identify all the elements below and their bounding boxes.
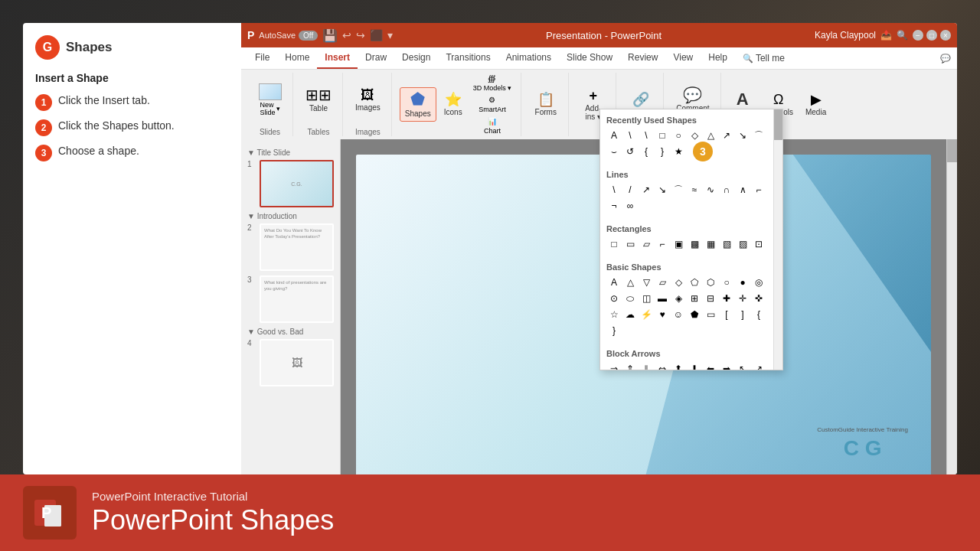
minimize-button[interactable]: − — [913, 30, 923, 41]
forms-button[interactable]: 📋 Forms — [531, 90, 561, 119]
shape-basic[interactable]: ◇ — [671, 275, 686, 290]
slide-img-4[interactable]: 🖼 — [260, 339, 334, 386]
shape-basic[interactable]: ⊞ — [687, 291, 702, 306]
shape-rect[interactable]: ▨ — [735, 236, 750, 252]
shape-rect[interactable]: □ — [606, 236, 622, 252]
slide-img-2[interactable]: What Do You Want To Know After Today's P… — [260, 223, 334, 271]
shape-item[interactable]: ○ — [671, 128, 686, 143]
shape-arrow[interactable]: ↖ — [735, 361, 750, 370]
shape-basic[interactable]: ◎ — [751, 275, 766, 290]
shape-item[interactable]: ◇ — [687, 128, 702, 143]
present-button[interactable]: ⬛ — [370, 29, 383, 41]
shape-basic[interactable]: ✜ — [751, 291, 766, 306]
new-slide-button[interactable]: NewSlide ▾ — [254, 80, 286, 119]
tab-slideshow[interactable]: Slide Show — [559, 47, 620, 69]
shape-arrow[interactable]: ⇒ — [606, 361, 622, 370]
shape-basic[interactable]: ▭ — [703, 307, 718, 322]
shape-line[interactable]: ¬ — [606, 198, 622, 214]
shape-item[interactable]: ↗ — [719, 128, 734, 143]
shape-line[interactable]: ∩ — [719, 182, 734, 197]
shape-line[interactable]: ↗ — [639, 182, 654, 197]
shape-item[interactable]: △ — [703, 128, 718, 143]
tab-help[interactable]: Help — [701, 47, 735, 69]
tab-view[interactable]: View — [665, 47, 701, 69]
vertical-scrollbar[interactable] — [946, 139, 957, 474]
shape-basic[interactable]: } — [606, 323, 622, 338]
images-button[interactable]: 🖼 Images — [351, 85, 385, 115]
shape-item[interactable]: □ — [655, 128, 670, 143]
shape-line[interactable]: ∿ — [703, 182, 718, 197]
shape-arrow[interactable]: ⇔ — [655, 361, 670, 370]
shape-basic[interactable]: △ — [622, 275, 638, 290]
save-button[interactable]: 💾 — [322, 28, 338, 43]
undo-button[interactable]: ↩ — [342, 29, 351, 41]
tab-draw[interactable]: Draw — [358, 47, 394, 69]
media-button[interactable]: ▶ Media — [801, 90, 831, 119]
shape-rect[interactable]: ▭ — [622, 236, 638, 252]
shape-basic[interactable]: ▬ — [655, 291, 670, 306]
shape-basic[interactable]: ⬡ — [703, 275, 718, 290]
shape-line[interactable]: ∞ — [622, 198, 638, 214]
shape-basic[interactable]: ♥ — [655, 307, 670, 322]
shape-line[interactable]: ⌐ — [751, 182, 766, 197]
close-button[interactable]: × — [940, 30, 951, 41]
shape-item[interactable]: ↘ — [735, 128, 750, 143]
shape-line[interactable]: / — [622, 182, 638, 197]
slide-thumb-4[interactable]: 4 🖼 — [247, 339, 334, 386]
shape-basic[interactable]: ✚ — [719, 291, 734, 306]
shape-item[interactable]: \ — [639, 128, 654, 143]
shape-basic[interactable]: ⬭ — [622, 291, 638, 306]
tab-review[interactable]: Review — [620, 47, 665, 69]
shape-arrow[interactable]: ⬅ — [703, 361, 718, 370]
shape-item[interactable]: ⌣ — [606, 144, 622, 159]
shape-item[interactable]: ⌒ — [751, 128, 766, 143]
shape-rect[interactable]: ⊡ — [751, 236, 766, 252]
shape-rect[interactable]: ▣ — [671, 236, 686, 252]
chart-button[interactable]: 📊 Chart — [470, 116, 515, 136]
shape-arrow[interactable]: ↗ — [751, 361, 766, 370]
tab-file[interactable]: File — [247, 47, 277, 69]
tab-tellme[interactable]: 🔍 Tell me — [735, 47, 792, 69]
shapes-button[interactable]: ⬟ Shapes — [400, 87, 436, 122]
shape-rect[interactable]: ▱ — [639, 236, 654, 252]
shape-line[interactable]: ≈ — [687, 182, 702, 197]
shape-item[interactable]: ★ — [671, 144, 686, 159]
shape-basic[interactable]: ⊙ — [606, 291, 622, 306]
shape-line[interactable]: ↘ — [655, 182, 670, 197]
shape-basic[interactable]: ☺ — [671, 307, 686, 322]
shape-item[interactable]: A — [606, 128, 622, 143]
shape-basic[interactable]: ◫ — [639, 291, 654, 306]
shape-basic[interactable]: ✛ — [735, 291, 750, 306]
scroll-thumb[interactable] — [947, 139, 957, 162]
shape-item[interactable]: } — [655, 144, 670, 159]
slide-thumb-1[interactable]: 1 C.G. — [247, 160, 334, 207]
tab-home[interactable]: Home — [277, 47, 317, 69]
shape-arrow[interactable]: ⇓ — [639, 361, 654, 370]
share-icon[interactable]: 📤 — [880, 30, 892, 41]
shape-rect[interactable]: ▩ — [687, 236, 702, 252]
shape-basic[interactable]: [ — [719, 307, 734, 322]
autosave-toggle[interactable]: Off — [299, 31, 318, 41]
tab-design[interactable]: Design — [394, 47, 438, 69]
shape-basic[interactable]: ○ — [719, 275, 734, 290]
shape-basic[interactable]: ● — [735, 275, 750, 290]
shape-basic[interactable]: ▽ — [639, 275, 654, 290]
shape-arrow[interactable]: ⇑ — [622, 361, 638, 370]
shape-basic[interactable]: ⚡ — [639, 307, 654, 322]
maximize-button[interactable]: □ — [926, 30, 937, 41]
customize-button[interactable]: ▾ — [387, 29, 393, 41]
shape-line[interactable]: \ — [606, 182, 622, 197]
shape-arrow[interactable]: ⬆ — [671, 361, 686, 370]
shape-arrow[interactable]: ⬇ — [687, 361, 702, 370]
shape-item[interactable]: \ — [622, 128, 638, 143]
shape-basic[interactable]: ☁ — [622, 307, 638, 322]
shape-rect[interactable]: ⌐ — [655, 236, 670, 252]
slide-thumb-3[interactable]: 3 What kind of presentations are you giv… — [247, 276, 334, 323]
shape-basic[interactable]: ] — [735, 307, 750, 322]
slide-thumb-2[interactable]: 2 What Do You Want To Know After Today's… — [247, 223, 334, 271]
3dmodels-button[interactable]: ∰ 3D Models ▾ — [470, 73, 515, 93]
shape-basic[interactable]: { — [751, 307, 766, 322]
shape-basic[interactable]: ⊟ — [703, 291, 718, 306]
icons-button[interactable]: ⭐ Icons — [439, 90, 467, 119]
slide-img-1[interactable]: C.G. — [260, 160, 334, 207]
